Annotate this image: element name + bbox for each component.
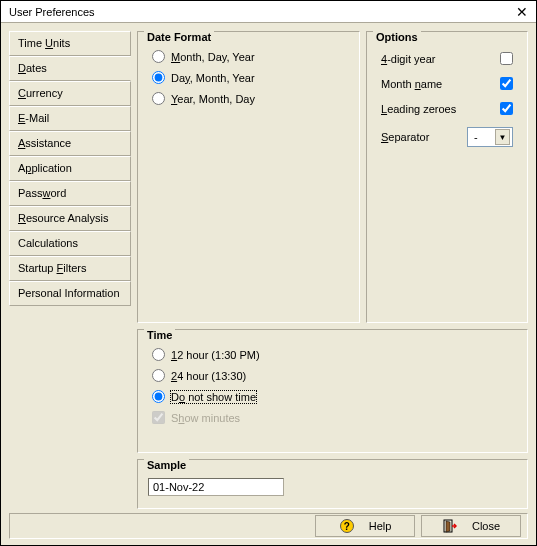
- help-label: Help: [369, 520, 392, 532]
- time-group: Time 12 hour (1:30 PM)24 hour (13:30)Do …: [137, 329, 528, 453]
- time-radio[interactable]: [152, 348, 165, 361]
- dateformat-label: Month, Day, Year: [171, 51, 255, 63]
- separator-row: Separator - ▼: [377, 121, 517, 151]
- window-body: Time UnitsDatesCurrencyE-MailAssistanceA…: [1, 23, 536, 545]
- time-radio[interactable]: [152, 369, 165, 382]
- separator-select[interactable]: - ▼: [467, 127, 513, 147]
- sidebar-item[interactable]: Startup Filters: [9, 256, 131, 281]
- help-icon: ?: [339, 518, 355, 534]
- sidebar-item[interactable]: Calculations: [9, 231, 131, 256]
- sidebar-item[interactable]: Time Units: [9, 31, 131, 56]
- time-option[interactable]: 24 hour (13:30): [148, 365, 517, 386]
- close-button[interactable]: Close: [421, 515, 521, 537]
- sidebar: Time UnitsDatesCurrencyE-MailAssistanceA…: [9, 31, 131, 509]
- chevron-down-icon: ▼: [495, 129, 510, 145]
- content: Time UnitsDatesCurrencyE-MailAssistanceA…: [9, 31, 528, 509]
- sample-group: Sample: [137, 459, 528, 509]
- options-checks: 4-digit yearMonth nameLeading zeroes: [377, 46, 517, 121]
- separator-value: -: [474, 131, 478, 143]
- time-label: 12 hour (1:30 PM): [171, 349, 260, 361]
- main-panel: Date Format Month, Day, YearDay, Month, …: [137, 31, 528, 509]
- option-check-row: 4-digit year: [377, 46, 517, 71]
- dateformat-radio[interactable]: [152, 92, 165, 105]
- option-checkbox[interactable]: [500, 102, 513, 115]
- separator-label: Separator: [381, 131, 429, 143]
- dateformat-radio[interactable]: [152, 71, 165, 84]
- dateformat-radio[interactable]: [152, 50, 165, 63]
- top-row: Date Format Month, Day, YearDay, Month, …: [137, 31, 528, 323]
- sidebar-item[interactable]: Dates: [9, 56, 131, 81]
- time-label: 24 hour (13:30): [171, 370, 246, 382]
- time-radio[interactable]: [152, 390, 165, 403]
- time-option[interactable]: Do not show time: [148, 386, 517, 407]
- option-checkbox[interactable]: [500, 52, 513, 65]
- show-minutes-row: Show minutes: [148, 407, 517, 428]
- dateformat-group: Date Format Month, Day, YearDay, Month, …: [137, 31, 360, 323]
- sidebar-item[interactable]: Currency: [9, 81, 131, 106]
- dateformat-label: Year, Month, Day: [171, 93, 255, 105]
- sample-title: Sample: [144, 459, 189, 471]
- exit-icon: [442, 518, 458, 534]
- window-title: User Preferences: [9, 6, 95, 18]
- option-label: Month name: [381, 78, 494, 90]
- close-label: Close: [472, 520, 500, 532]
- close-icon[interactable]: ✕: [512, 5, 532, 19]
- show-minutes-checkbox: [152, 411, 165, 424]
- dateformat-title: Date Format: [144, 31, 214, 43]
- time-options: 12 hour (1:30 PM)24 hour (13:30)Do not s…: [148, 344, 517, 407]
- option-checkbox[interactable]: [500, 77, 513, 90]
- options-group: Options 4-digit yearMonth nameLeading ze…: [366, 31, 528, 323]
- svg-marker-1: [446, 521, 450, 532]
- time-label: Do not show time: [171, 391, 256, 403]
- sample-output: [148, 478, 284, 496]
- sidebar-item[interactable]: Application: [9, 156, 131, 181]
- dateformat-option[interactable]: Month, Day, Year: [148, 46, 349, 67]
- time-title: Time: [144, 329, 175, 341]
- sidebar-item[interactable]: Resource Analysis: [9, 206, 131, 231]
- option-check-row: Month name: [377, 71, 517, 96]
- titlebar: User Preferences ✕: [1, 1, 536, 23]
- dateformat-label: Day, Month, Year: [171, 72, 255, 84]
- option-label: Leading zeroes: [381, 103, 494, 115]
- options-title: Options: [373, 31, 421, 43]
- time-option[interactable]: 12 hour (1:30 PM): [148, 344, 517, 365]
- option-check-row: Leading zeroes: [377, 96, 517, 121]
- dateformat-option[interactable]: Year, Month, Day: [148, 88, 349, 109]
- sidebar-item[interactable]: Password: [9, 181, 131, 206]
- dateformat-options: Month, Day, YearDay, Month, YearYear, Mo…: [148, 46, 349, 109]
- dateformat-option[interactable]: Day, Month, Year: [148, 67, 349, 88]
- button-bar: ? Help Close: [9, 513, 528, 539]
- sidebar-item[interactable]: E-Mail: [9, 106, 131, 131]
- show-minutes-label: Show minutes: [171, 412, 240, 424]
- preferences-window: User Preferences ✕ Time UnitsDatesCurren…: [0, 0, 537, 546]
- help-button[interactable]: ? Help: [315, 515, 415, 537]
- sidebar-item[interactable]: Assistance: [9, 131, 131, 156]
- sidebar-item[interactable]: Personal Information: [9, 281, 131, 306]
- option-label: 4-digit year: [381, 53, 494, 65]
